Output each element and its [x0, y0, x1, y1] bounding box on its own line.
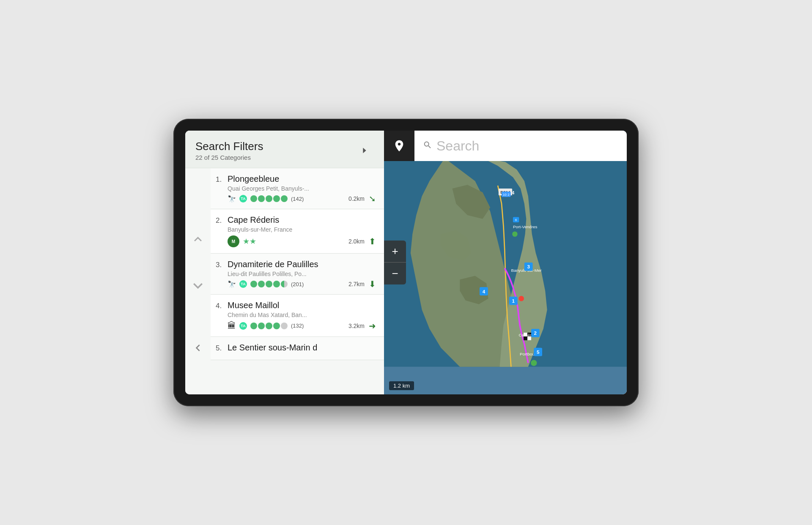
rating-dots [250, 281, 288, 287]
svg-text:3: 3 [527, 264, 530, 269]
svg-text:1: 1 [512, 298, 515, 304]
screen: Search Filters 22 of 25 Categories [185, 131, 627, 394]
svg-point-18 [518, 296, 524, 301]
poi-number: 4. [216, 302, 228, 310]
list-item[interactable]: 1. Plongeebleue Quai Georges Petit, Bany… [211, 168, 384, 209]
map-svg: D914 Port-Vendres Banyuls-sur-Mer Cerbèr… [384, 131, 627, 394]
svg-point-27 [531, 360, 537, 366]
poi-address: Quai Georges Petit, Banyuls-... [228, 185, 376, 192]
poi-address: Chemin du Mas Xatard, Ban... [228, 312, 376, 318]
svg-text:6: 6 [515, 218, 517, 222]
svg-text:4: 4 [483, 289, 486, 294]
search-icon [423, 140, 432, 151]
poi-name: Dynamiterie de Paulilles [228, 260, 318, 269]
svg-point-15 [512, 231, 518, 237]
nav-arrows [185, 229, 211, 296]
search-filters-title: Search Filters [195, 140, 263, 153]
poi-number: 3. [216, 261, 228, 269]
tripadvisor-icon: TA [239, 322, 247, 330]
categories-subtitle: 22 of 25 Categories [195, 154, 263, 161]
poi-name: Plongeebleue [228, 174, 279, 184]
map-header: Search [384, 131, 627, 161]
museum-icon: 🏛 [228, 321, 236, 331]
map-controls: + − [384, 241, 406, 284]
back-button[interactable] [185, 335, 211, 361]
svg-text:5: 5 [537, 349, 540, 355]
location-button[interactable] [384, 131, 414, 161]
poi-number: 1. [216, 175, 228, 184]
review-count: (201) [291, 281, 304, 287]
michelin-icon: M [228, 235, 239, 247]
poi-name: Musee Maillol [228, 301, 279, 310]
poi-meta: 🔭 TA (201) 2.7km ⬇ [228, 280, 376, 288]
search-filters-header: Search Filters 22 of 25 Categories [185, 131, 384, 168]
direction-arrow: ➜ [368, 322, 376, 330]
poi-number: 2. [216, 216, 228, 225]
distance: 3.2km [348, 323, 365, 329]
poi-meta: 🔭 TA (142) 0.2km ➘ [228, 194, 376, 203]
rating-dots [250, 195, 288, 202]
direction-arrow: ⬆ [368, 237, 376, 246]
poi-number: 5. [216, 344, 228, 353]
distance: 0.2km [348, 195, 365, 202]
garmin-device: GARMIN Search Filters 22 of 25 Categorie… [173, 119, 639, 406]
distance: 2.7km [348, 281, 365, 287]
search-bar[interactable]: Search [414, 131, 627, 161]
filters-next-button[interactable] [355, 141, 374, 160]
svg-text:2: 2 [534, 330, 537, 336]
list-item[interactable]: 2. Cape Réderis Banyuls-sur-Mer, France … [211, 209, 384, 254]
list-item[interactable]: 3. Dynamiterie de Paulilles Lieu-dit Pau… [211, 254, 384, 295]
binoculars-icon: 🔭 [228, 195, 236, 203]
poi-list: 1. Plongeebleue Quai Georges Petit, Bany… [185, 168, 384, 394]
star-rating: ★★ [243, 237, 256, 246]
left-panel: Search Filters 22 of 25 Categories [185, 131, 384, 394]
poi-name: Cape Réderis [228, 215, 279, 225]
svg-text:Port-Vendres: Port-Vendres [513, 224, 538, 229]
svg-text:10: 10 [503, 193, 507, 197]
rating-dots [250, 323, 288, 329]
scroll-up-button[interactable] [187, 229, 208, 250]
scale-label: 1.2 km [393, 383, 410, 389]
map-panel: Search [384, 131, 627, 394]
poi-name: Le Sentier sous-Marin d [228, 343, 317, 353]
binoculars-icon: 🔭 [228, 280, 236, 288]
scroll-down-button[interactable] [187, 275, 208, 296]
poi-meta: 🏛 TA (132) 3.2km ➜ [228, 321, 376, 331]
zoom-in-button[interactable]: + [384, 241, 406, 262]
poi-address: Lieu-dit Paulilles Polilles, Po... [228, 271, 376, 277]
poi-meta: M ★★ 2.0km ⬆ [228, 235, 376, 247]
scale-bar: 1.2 km [389, 381, 414, 390]
tripadvisor-icon: TA [239, 195, 247, 202]
tripadvisor-icon: TA [239, 280, 247, 288]
svg-text:Portbou: Portbou [520, 352, 535, 356]
list-item[interactable]: 5. Le Sentier sous-Marin d [211, 337, 384, 360]
zoom-out-button[interactable]: − [384, 262, 406, 284]
poi-address: Banyuls-sur-Mer, France [228, 226, 376, 233]
direction-arrow: ⬇ [368, 280, 376, 288]
list-item[interactable]: 4. Musee Maillol Chemin du Mas Xatard, B… [211, 295, 384, 337]
header-text: Search Filters 22 of 25 Categories [195, 140, 263, 161]
review-count: (142) [291, 196, 304, 202]
review-count: (132) [291, 323, 304, 329]
distance: 2.0km [348, 238, 365, 245]
direction-arrow: ➘ [368, 194, 376, 203]
search-placeholder: Search [436, 138, 479, 154]
